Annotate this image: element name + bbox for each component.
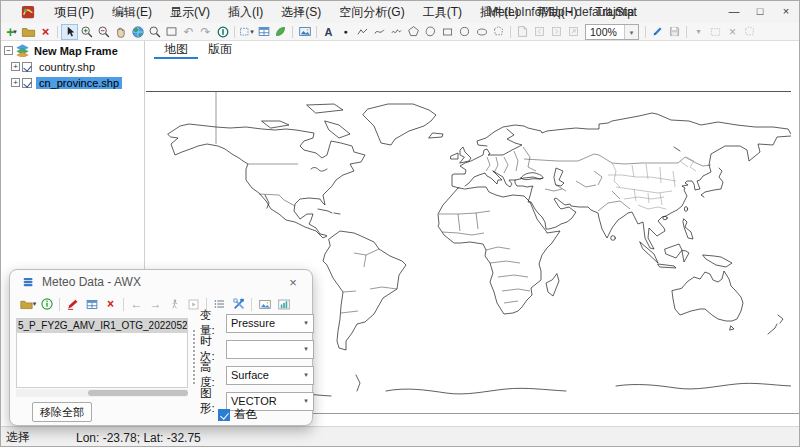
select-by-polygon-button[interactable] (490, 24, 507, 40)
open-file-button[interactable] (20, 24, 37, 40)
hand-icon (114, 25, 127, 39)
menu-selection[interactable]: 选择(S) (272, 1, 330, 23)
panel-splitter[interactable] (193, 330, 195, 384)
minimize-button[interactable]: — (721, 1, 747, 23)
dialog-close-icon[interactable]: × (284, 275, 302, 290)
reshape-feature-button[interactable] (741, 24, 758, 40)
next-time-button[interactable]: → (146, 295, 165, 313)
layer-label-selected[interactable]: cn_province.shp (36, 77, 122, 89)
menu-view[interactable]: 显示(V) (161, 1, 219, 23)
data-file-list[interactable]: 5_P_FY2G_AMV_IR1_OTG_20220520_0530.AWX (16, 318, 188, 388)
zoom-in-button[interactable] (78, 24, 95, 40)
titlebar: 项目(P) 编辑(E) 显示(V) 插入(I) 选择(S) 空间分析(G) 工具… (1, 1, 799, 23)
draw-freehand-button[interactable] (388, 24, 405, 40)
attribute-table-button[interactable] (255, 24, 272, 40)
play-box-icon (187, 298, 200, 311)
draw-rectangle-button[interactable] (439, 24, 456, 40)
open-data-button[interactable]: ▾ (18, 295, 37, 313)
edit-vertices-button[interactable] (707, 24, 724, 40)
page-previous-button[interactable] (531, 24, 548, 40)
undo-button[interactable]: ↶ (180, 24, 197, 40)
previous-time-button[interactable]: ← (127, 295, 146, 313)
menu-edit[interactable]: 编辑(E) (103, 1, 161, 23)
add-layer-button[interactable]: +▾ (3, 24, 20, 40)
expand-icon[interactable]: + (11, 62, 20, 71)
rect-shape-icon (441, 26, 454, 38)
remove-layer-button[interactable]: × (37, 24, 54, 40)
page-next-button[interactable] (548, 24, 565, 40)
pan-tool-button[interactable] (112, 24, 129, 40)
zoom-in-icon (80, 25, 94, 39)
chevron-down-icon[interactable]: ▾ (299, 371, 313, 379)
zoom-level-combo[interactable]: 100% ▾ (585, 24, 639, 40)
data-file-item[interactable]: 5_P_FY2G_AMV_IR1_OTG_20220520_0530.AWX (17, 319, 187, 333)
menu-insert[interactable]: 插入(I) (219, 1, 272, 23)
draw-polyline-button[interactable] (354, 24, 371, 40)
layer-label[interactable]: country.shp (36, 61, 98, 73)
tab-layout[interactable]: 版面 (198, 41, 242, 59)
draw-data-button[interactable] (63, 295, 82, 313)
tab-map[interactable]: 地图 (154, 41, 198, 59)
level-select[interactable]: Surface ▾ (226, 366, 314, 385)
draw-circle-button[interactable] (456, 24, 473, 40)
arrow-right-icon: → (150, 297, 162, 311)
data-table-button[interactable] (82, 295, 101, 313)
variable-select[interactable]: Pressure ▾ (226, 314, 314, 333)
draw-point-button[interactable]: ● (337, 24, 354, 40)
draw-polygon-button[interactable] (405, 24, 422, 40)
zoom-to-extent-button[interactable] (163, 24, 180, 40)
animate-button[interactable] (165, 295, 184, 313)
colored-checkbox-row[interactable]: 着色 (218, 407, 257, 422)
select-tool-button[interactable] (61, 24, 78, 40)
chevron-down-icon[interactable]: ▾ (299, 345, 313, 353)
draw-ellipse-button[interactable] (473, 24, 490, 40)
close-button[interactable]: × (773, 1, 799, 23)
remove-icon: × (42, 24, 50, 39)
remove-all-button[interactable]: 移除全部 (32, 402, 92, 422)
map-frame-row[interactable]: − New Map Frame (1, 44, 144, 57)
maximize-button[interactable]: □ (747, 1, 773, 23)
chevron-down-icon[interactable]: ▾ (624, 25, 638, 39)
arrow-left-icon: ← (131, 297, 143, 311)
layer-checkbox[interactable] (22, 78, 32, 88)
chevron-down-icon[interactable]: ▾ (299, 319, 313, 327)
zoom-out-button[interactable] (95, 24, 112, 40)
remove-data-button[interactable]: × (101, 295, 120, 313)
view-tabs: 地图 版面 (146, 41, 800, 59)
data-info-button[interactable] (37, 295, 56, 313)
dialog-titlebar[interactable]: Meteo Data - AWX × (10, 270, 312, 292)
export-map-button[interactable] (514, 24, 531, 40)
meteo-data-dialog[interactable]: Meteo Data - AWX × ▾ × ← → 5_P_FY2G_AMV_… (9, 269, 313, 426)
delete-feature-button[interactable]: × (724, 24, 741, 40)
ellipse-shape-icon (475, 26, 489, 38)
expand-icon[interactable]: + (11, 78, 20, 87)
save-edits-button[interactable] (666, 24, 683, 40)
chevron-down-icon[interactable]: ▾ (299, 397, 313, 405)
menu-project[interactable]: 项目(P) (45, 1, 103, 23)
select-by-rectangle-button[interactable]: ▾ (238, 24, 255, 40)
edit-tool-button[interactable] (649, 24, 666, 40)
zoom-to-layer-button[interactable] (146, 24, 163, 40)
insert-image-button[interactable] (296, 24, 313, 40)
layer-row-cn-province[interactable]: + cn_province.shp (1, 76, 144, 89)
menu-spatial-analysis[interactable]: 空间分析(G) (330, 1, 413, 23)
zoom-out-icon (97, 25, 111, 39)
full-extent-button[interactable] (129, 24, 146, 40)
draw-curve-button[interactable] (371, 24, 388, 40)
collapse-icon[interactable]: − (4, 46, 13, 55)
list-horizontal-scrollbar[interactable] (16, 389, 188, 397)
time-select[interactable]: ▾ (226, 340, 314, 359)
label-button[interactable] (272, 24, 289, 40)
draw-text-button[interactable]: A (320, 24, 337, 40)
layer-checkbox[interactable] (22, 62, 32, 72)
scrollbar-thumb[interactable] (88, 390, 188, 396)
page-setup-button[interactable] (565, 24, 582, 40)
toolbar-separator (59, 298, 60, 311)
page-zoom-icon (567, 25, 580, 38)
draw-blob-button[interactable] (422, 24, 439, 40)
layer-row-country[interactable]: + country.shp (1, 60, 144, 73)
edit-dropdown-button[interactable]: ▾ (690, 24, 707, 40)
redo-button[interactable]: ↷ (197, 24, 214, 40)
colored-checkbox[interactable] (218, 409, 230, 421)
identify-button[interactable] (214, 24, 231, 40)
